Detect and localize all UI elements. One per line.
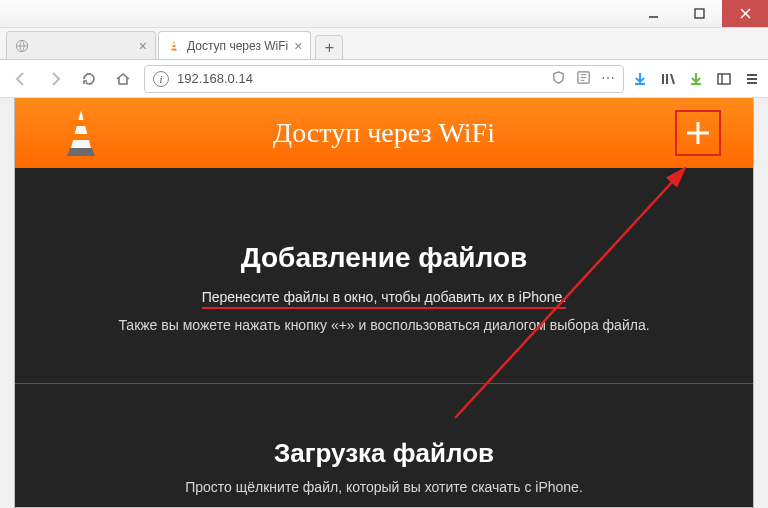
window-minimize-button[interactable] <box>630 0 676 27</box>
tab-title: Доступ через WiFi <box>187 39 288 53</box>
vlc-icon <box>167 39 181 53</box>
tab-active[interactable]: Доступ через WiFi × <box>158 31 311 59</box>
address-bar[interactable]: i 192.168.0.14 ⋯ <box>144 65 624 93</box>
app-header: Доступ через WiFi <box>15 98 753 168</box>
svg-marker-21 <box>67 148 95 156</box>
reader-mode-icon[interactable] <box>576 70 591 88</box>
downloads-heading: Загрузка файлов <box>45 438 723 469</box>
extension-icon[interactable] <box>688 71 704 87</box>
window-titlebar <box>0 0 768 28</box>
svg-rect-7 <box>172 46 176 48</box>
svg-rect-20 <box>73 134 89 140</box>
new-tab-button[interactable]: + <box>315 35 343 59</box>
downloads-line1: Просто щёлкните файл, который вы хотите … <box>45 479 723 495</box>
add-files-line2: Также вы можете нажать кнопку «+» и восп… <box>45 317 723 333</box>
site-info-icon[interactable]: i <box>153 71 169 87</box>
page-body: Добавление файлов Перенесите файлы в окн… <box>15 168 753 495</box>
address-text: 192.168.0.14 <box>177 71 253 86</box>
add-files-line1: Перенесите файлы в окно, чтобы добавить … <box>202 289 567 309</box>
downloads-icon[interactable] <box>632 71 648 87</box>
window-maximize-button[interactable] <box>676 0 722 27</box>
library-icon[interactable] <box>660 71 676 87</box>
sidebar-icon[interactable] <box>716 71 732 87</box>
svg-marker-18 <box>71 110 91 148</box>
tracking-shield-icon[interactable] <box>551 70 566 88</box>
menu-button[interactable] <box>744 71 760 87</box>
home-button[interactable] <box>110 66 136 92</box>
tab-strip: × Доступ через WiFi × + <box>0 28 768 60</box>
window-close-button[interactable] <box>722 0 768 27</box>
back-button[interactable] <box>8 66 34 92</box>
svg-rect-13 <box>718 74 730 84</box>
svg-marker-5 <box>171 40 176 50</box>
page-title: Доступ через WiFi <box>273 117 495 149</box>
reload-button[interactable] <box>76 66 102 92</box>
vlc-logo-icon <box>63 108 99 162</box>
svg-rect-19 <box>75 120 87 126</box>
page-content: Доступ через WiFi Добавление файлов Пере… <box>14 98 754 508</box>
url-toolbar: i 192.168.0.14 ⋯ <box>0 60 768 98</box>
svg-rect-12 <box>691 83 701 85</box>
svg-rect-6 <box>173 43 176 45</box>
close-icon[interactable]: × <box>294 38 302 54</box>
add-files-heading: Добавление файлов <box>45 242 723 274</box>
tab-inactive[interactable]: × <box>6 31 156 59</box>
dropdown-icon[interactable]: ⋯ <box>601 70 615 88</box>
add-file-button[interactable] <box>675 110 721 156</box>
close-icon[interactable]: × <box>139 38 147 54</box>
svg-rect-1 <box>695 9 704 18</box>
globe-icon <box>15 39 29 53</box>
forward-button[interactable] <box>42 66 68 92</box>
section-divider <box>15 383 753 384</box>
